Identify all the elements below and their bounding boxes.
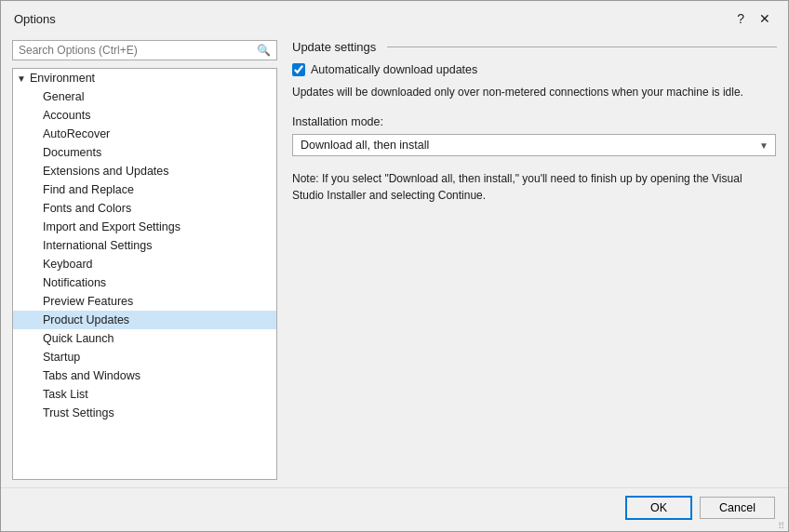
tree-item-find-and-replace[interactable]: Find and Replace	[13, 180, 276, 199]
tree-item-international-settings[interactable]: International Settings	[13, 236, 276, 255]
ok-button[interactable]: OK	[625, 496, 692, 520]
installation-mode-dropdown[interactable]: Download all, then installDownload and i…	[292, 134, 776, 156]
left-panel: 🔍 ▼ Environment GeneralAccountsAutoRecov…	[12, 40, 277, 480]
checkbox-row: Automatically download updates	[292, 63, 777, 76]
close-button[interactable]: ✕	[755, 10, 775, 27]
description-text: Updates will be downloaded only over non…	[292, 84, 776, 100]
tree-item-accounts[interactable]: Accounts	[13, 106, 276, 125]
section-header: Update settings	[292, 40, 777, 54]
tree-item-general[interactable]: General	[13, 87, 276, 106]
dialog-body: 🔍 ▼ Environment GeneralAccountsAutoRecov…	[1, 33, 788, 487]
tree-item-task-list[interactable]: Task List	[13, 385, 276, 404]
note-text: Note: If you select "Download all, then …	[292, 170, 776, 204]
help-button[interactable]: ?	[732, 10, 749, 27]
tree-item-quick-launch[interactable]: Quick Launch	[13, 329, 276, 348]
installation-mode-label: Installation mode:	[292, 115, 777, 128]
auto-download-label[interactable]: Automatically download updates	[311, 63, 477, 76]
tree-item-keyboard[interactable]: Keyboard	[13, 255, 276, 273]
tree-item-fonts-and-colors[interactable]: Fonts and Colors	[13, 199, 276, 218]
tree-item-autorecover[interactable]: AutoRecover	[13, 125, 276, 143]
search-input[interactable]	[19, 44, 257, 57]
tree-item-trust-settings[interactable]: Trust Settings	[13, 404, 276, 422]
auto-download-checkbox[interactable]	[292, 63, 305, 76]
tree-item-preview-features[interactable]: Preview Features	[13, 292, 276, 311]
resize-handle[interactable]: ⠿	[778, 521, 787, 530]
tree-item-extensions-and-updates[interactable]: Extensions and Updates	[13, 162, 276, 180]
dropdown-wrapper: Download all, then installDownload and i…	[292, 134, 776, 156]
cancel-button[interactable]: Cancel	[700, 497, 775, 519]
tree-container[interactable]: ▼ Environment GeneralAccountsAutoRecover…	[12, 68, 277, 480]
tree-parent-label: Environment	[30, 72, 95, 85]
tree-item-documents[interactable]: Documents	[13, 143, 276, 162]
tree-item-import-and-export-settings[interactable]: Import and Export Settings	[13, 218, 276, 236]
dialog-title: Options	[14, 12, 56, 26]
tree-item-startup[interactable]: Startup	[13, 348, 276, 366]
tree-item-environment[interactable]: ▼ Environment	[13, 69, 276, 87]
tree-toggle-icon: ▼	[17, 73, 26, 84]
right-panel: Update settings Automatically download u…	[277, 40, 777, 480]
dialog-footer: OK Cancel	[1, 487, 788, 531]
section-title: Update settings	[292, 40, 376, 54]
title-bar: Options ? ✕	[1, 1, 788, 33]
tree-item-tabs-and-windows[interactable]: Tabs and Windows	[13, 366, 276, 385]
tree-item-notifications[interactable]: Notifications	[13, 273, 276, 292]
tree-item-product-updates[interactable]: Product Updates	[13, 311, 276, 329]
search-box[interactable]: 🔍	[12, 40, 277, 60]
title-bar-controls: ? ✕	[732, 10, 775, 27]
search-icon: 🔍	[257, 44, 271, 57]
